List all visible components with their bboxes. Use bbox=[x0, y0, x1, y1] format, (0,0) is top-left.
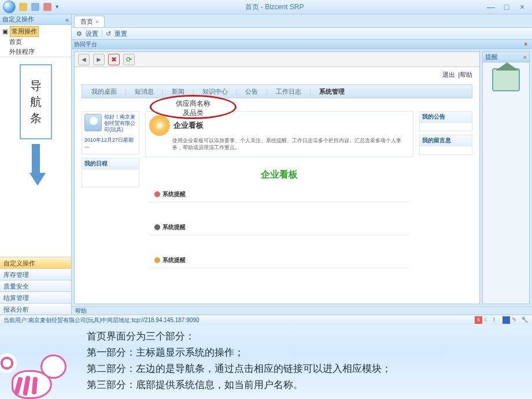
web-content: 退出 |帮助 我的桌面| 短消息| 新闻| 知识中心| 公告| 工作日志| 系统… bbox=[75, 67, 479, 304]
left-navigation: 自定义操作 « ▣ 常用操作 首页 外挂程序 导 航 条 自定义操作 库存管理 … bbox=[0, 14, 72, 315]
reload-button[interactable]: ⟳ bbox=[123, 54, 135, 65]
avatar-icon bbox=[84, 114, 102, 131]
help-link[interactable]: |帮助 bbox=[458, 71, 472, 78]
nav-section-custom[interactable]: 自定义操作 bbox=[0, 257, 71, 268]
nav-panel-title: 自定义操作 bbox=[2, 15, 34, 24]
slide-line: 首页界面分为三个部分： bbox=[87, 328, 532, 345]
nav-section-inventory[interactable]: 库存管理 bbox=[0, 268, 71, 280]
schedule-header: 我的日程 bbox=[82, 158, 139, 169]
kanban-big-title: 企业看板 bbox=[145, 169, 413, 181]
page-menubar: 我的桌面| 短消息| 新闻| 知识中心| 公告| 工作日志| 系统管理 bbox=[82, 84, 472, 98]
nav-section-report[interactable]: 报表分析 bbox=[0, 303, 71, 315]
kanban-desc: 使用企业看板可以添加要事、个人关注、系统提醒、工作日志等多个栏目内容。汇总查看多… bbox=[146, 137, 413, 157]
alert-icon bbox=[154, 257, 160, 263]
tree-item-plugin[interactable]: 外挂程序 bbox=[2, 47, 69, 57]
message-card: 我的留言息 bbox=[419, 135, 472, 155]
reminder-title: 提醒 bbox=[485, 53, 498, 61]
tab-home[interactable]: 首页 × bbox=[74, 16, 105, 27]
nav-collapse-icon[interactable]: « bbox=[65, 16, 69, 23]
menu-message[interactable]: 短消息 bbox=[135, 87, 154, 96]
stop-button[interactable]: ✖ bbox=[108, 54, 120, 65]
down-arrow-icon bbox=[29, 144, 42, 184]
menu-knowledge[interactable]: 知识中心 bbox=[202, 87, 228, 96]
alert-icon bbox=[154, 224, 160, 230]
menu-worklog[interactable]: 工作日志 bbox=[276, 87, 301, 96]
alert-icon bbox=[154, 191, 160, 197]
nav-panel-header: 自定义操作 « bbox=[0, 14, 71, 25]
user-card: 你好！南京麦 创经贸有限公 司(玩具) 2010年12月27日星期一 bbox=[82, 111, 139, 154]
tray-wrench-icon[interactable]: 🔧 bbox=[521, 316, 529, 324]
reminder-panel: 提醒 × bbox=[482, 51, 530, 304]
qat-icon[interactable] bbox=[43, 3, 51, 11]
close-button[interactable]: × bbox=[515, 2, 529, 12]
greeting: 你好！南京麦 创经贸有限公 司(玩具) bbox=[104, 114, 135, 133]
alert-row[interactable]: 系统提醒 bbox=[150, 187, 409, 202]
status-bar: 当前用户: 南京麦创经贸有限公司(玩具) 中间层地址: tcp://218.94… bbox=[0, 315, 532, 325]
reset-button[interactable]: 重置 bbox=[114, 29, 127, 38]
alert-row[interactable]: 系统提醒 bbox=[150, 253, 409, 268]
status-user: 南京麦创经贸有限公司(玩具) bbox=[28, 316, 102, 324]
browser-toolbar: ◄ ► ✖ ⟳ bbox=[75, 52, 479, 67]
slide-line: 第一部分：主标题显示系统的操作； bbox=[87, 345, 532, 361]
back-button[interactable]: ◄ bbox=[78, 54, 90, 65]
status-user-label: 当前用户: bbox=[3, 316, 28, 324]
tab-close-icon[interactable]: × bbox=[95, 19, 98, 25]
reset-icon: ↺ bbox=[106, 30, 111, 38]
sub-header: 协同平台 × bbox=[72, 40, 532, 49]
minimize-button[interactable]: — bbox=[484, 2, 498, 12]
current-date: 2010年12月27日星期一 bbox=[82, 135, 139, 154]
settings-button[interactable]: 设置 bbox=[86, 29, 98, 38]
menu-news[interactable]: 新闻 bbox=[172, 87, 184, 96]
schedule-card: 我的日程 bbox=[82, 158, 139, 187]
tray-icon[interactable]: ⁞ bbox=[493, 316, 501, 324]
qat-dropdown-icon[interactable]: ▾ bbox=[56, 3, 64, 11]
zebra-graphic bbox=[0, 330, 75, 399]
main-area: 首页 × ⚙ 设置 ↺ 重置 协同平台 × ◄ ► ✖ ⟳ bbox=[72, 14, 532, 315]
menu-sysadmin[interactable]: 系统管理 bbox=[319, 87, 345, 96]
maximize-button[interactable]: □ bbox=[500, 2, 513, 12]
gear-icon: ❋ bbox=[149, 115, 170, 136]
diagram-nav-box: 导 航 条 bbox=[20, 64, 52, 139]
reminder-close-icon[interactable]: × bbox=[523, 54, 527, 61]
status-mid: tcp://218.94.145.187:9090 bbox=[132, 317, 199, 323]
nav-section-quality[interactable]: 质量安全 bbox=[0, 280, 71, 291]
page-top-links: 退出 |帮助 bbox=[441, 71, 472, 79]
web-panel: ◄ ► ✖ ⟳ 退出 |帮助 我的桌面| 短消息| 新闻| 知识中心| bbox=[74, 51, 480, 304]
nav-tree: ▣ 常用操作 首页 外挂程序 bbox=[0, 25, 71, 57]
alert-row[interactable]: 系统提醒 bbox=[150, 220, 409, 235]
window-title: 首页 - Bizcent SRP bbox=[65, 2, 484, 12]
kanban-title: 企业看板 bbox=[173, 120, 204, 131]
qat-icon[interactable] bbox=[19, 3, 27, 11]
slide-line: 第二部分：左边的是导航条，通过点击相应的链接可以进入相应模块； bbox=[87, 361, 532, 377]
status-mid-label: 中间层地址: bbox=[101, 316, 132, 324]
help-bar[interactable]: 帮助 bbox=[72, 306, 532, 315]
quick-access-toolbar: ▾ bbox=[18, 3, 65, 11]
nav-section-settlement[interactable]: 结算管理 bbox=[0, 291, 71, 303]
sub-close-icon[interactable]: × bbox=[522, 41, 530, 47]
window-titlebar: ▾ 首页 - Bizcent SRP — □ × bbox=[0, 0, 532, 14]
settings-icon: ⚙ bbox=[76, 30, 82, 38]
app-orb-icon[interactable] bbox=[3, 1, 16, 13]
forward-button[interactable]: ► bbox=[93, 54, 105, 65]
slide-line: 第三部分：底部提供系统信息，如当前用户名称。 bbox=[87, 377, 532, 393]
notice-card: 我的公告 bbox=[419, 111, 472, 131]
status-tray: 5 ☾ ⁞ ✎ 🔧 bbox=[475, 316, 529, 324]
menu-notice[interactable]: 公告 bbox=[245, 87, 258, 96]
action-bar: ⚙ 设置 ↺ 重置 bbox=[72, 27, 532, 40]
tree-root[interactable]: 常用操作 bbox=[10, 26, 39, 37]
slide-caption: 首页界面分为三个部分： 第一部分：主标题显示系统的操作； 第二部分：左边的是导航… bbox=[0, 325, 532, 399]
nav-diagram: 导 航 条 bbox=[0, 57, 71, 191]
tray-keyboard-icon[interactable] bbox=[503, 316, 510, 324]
menu-desktop[interactable]: 我的桌面 bbox=[91, 87, 117, 96]
sub-title: 协同平台 bbox=[74, 40, 97, 49]
document-tabs: 首页 × bbox=[72, 14, 532, 27]
logout-link[interactable]: 退出 bbox=[442, 71, 455, 78]
tray-moon-icon[interactable]: ☾ bbox=[484, 316, 492, 324]
tree-item-home[interactable]: 首页 bbox=[2, 37, 69, 47]
tray-icon[interactable]: 5 bbox=[475, 316, 482, 324]
qat-icon[interactable] bbox=[31, 3, 39, 11]
tray-icon[interactable]: ✎ bbox=[512, 316, 519, 324]
annotation-circle: 供应商名称 及品类 bbox=[150, 95, 237, 119]
home-icon[interactable] bbox=[492, 68, 520, 91]
